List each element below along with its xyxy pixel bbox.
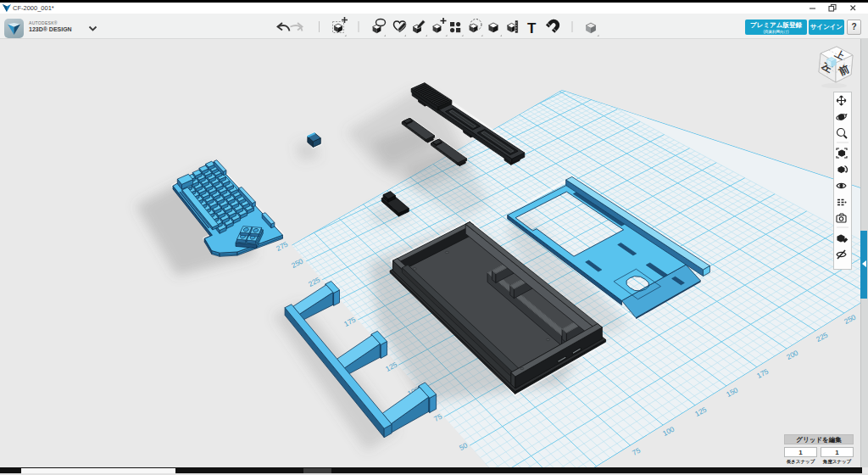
svg-text:T: T [527, 20, 537, 36]
